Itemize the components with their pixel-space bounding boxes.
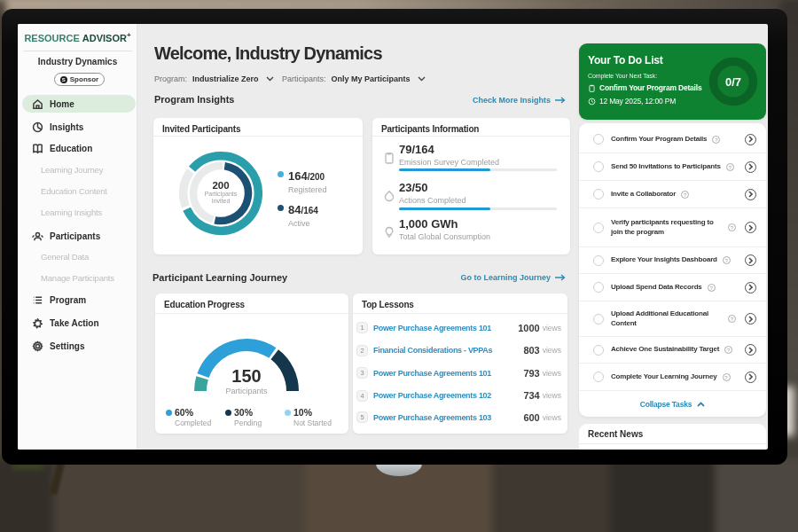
sidebar-item-home[interactable]: Home	[18, 95, 137, 113]
app-logo: RESOURCE ADVISOR+	[18, 31, 137, 43]
rank-badge: 1	[356, 322, 368, 333]
help-icon[interactable]: ?	[681, 191, 689, 199]
card-title: Education Progress	[164, 300, 245, 309]
invited-participants-card: Invited Participants 200 Participants In…	[153, 118, 363, 254]
task-chevron-button[interactable]	[745, 282, 756, 293]
task-chevron-button[interactable]	[745, 344, 756, 356]
task-checkbox[interactable]	[593, 134, 604, 145]
logo-advisor: ADVISOR+	[82, 33, 131, 43]
task-row-verify-participants[interactable]: Verify participants requesting to join t…	[579, 208, 766, 247]
background-desk-2	[53, 458, 319, 532]
task-row-explore-insights[interactable]: Explore Your Insights Dashboard ?	[579, 247, 766, 274]
actions-progress	[399, 207, 557, 211]
lesson-link[interactable]: Power Purchase Agreements 101	[373, 369, 491, 378]
task-row-invite-collaborator[interactable]: Invite a Collaborator ?	[579, 181, 766, 208]
task-chevron-button[interactable]	[745, 254, 756, 266]
task-chevron-button[interactable]	[745, 372, 756, 383]
lesson-link[interactable]: Power Purchase Agreements 101	[373, 324, 491, 332]
help-icon[interactable]: ?	[708, 284, 716, 292]
actions-completed-stat: 23/50 Actions Completed	[399, 182, 466, 205]
collapse-tasks-link[interactable]: Collapse Tasks	[579, 391, 766, 417]
task-checkbox[interactable]	[593, 255, 604, 266]
task-chevron-button[interactable]	[745, 222, 756, 233]
education-progress-card: Education Progress 150 Participants 60% …	[155, 293, 348, 434]
task-chevron-button[interactable]	[745, 161, 756, 173]
task-checkbox[interactable]	[593, 345, 604, 356]
go-to-learning-journey-link[interactable]: Go to Learning Journey	[460, 273, 566, 282]
lesson-link[interactable]: Power Purchase Agreements 102	[373, 391, 491, 400]
sidebar-item-insights[interactable]: Insights	[18, 118, 137, 136]
progress-fill	[399, 168, 490, 172]
dashboard-screen: RESOURCE ADVISOR+ Industry Dynamics S Sp…	[18, 24, 768, 450]
sidebar-item-program[interactable]: Program	[18, 292, 137, 309]
check-more-insights-link[interactable]: Check More Insights	[473, 96, 566, 105]
task-row-upload-spend-data[interactable]: Upload Spend Data Records ?	[579, 274, 766, 301]
task-checkbox[interactable]	[593, 189, 604, 200]
card-divider	[579, 443, 766, 444]
clock-icon	[588, 98, 596, 106]
task-chevron-button[interactable]	[745, 189, 756, 200]
sidebar-item-manage-participants[interactable]: Manage Participants	[18, 269, 137, 286]
task-checkbox[interactable]	[593, 372, 604, 382]
help-icon[interactable]: ?	[726, 163, 734, 171]
book-icon	[32, 143, 43, 154]
legend-dot	[166, 410, 172, 416]
gauge-center-text: 150 Participants	[188, 367, 305, 395]
lesson-row: 4 Power Purchase Agreements 102 734 view…	[353, 385, 567, 407]
program-filter[interactable]: Program: Industrialize Zero	[154, 73, 274, 84]
legend-active: 84/164 Active	[278, 201, 318, 228]
gear-icon	[32, 340, 43, 352]
sponsor-icon: S	[60, 76, 67, 83]
consumption-stat: 1,000 GWh Total Global Consumption	[399, 218, 490, 241]
todo-summary-card: Your To Do List Complete Your Next Task:…	[579, 43, 766, 120]
arrow-right-icon	[555, 274, 566, 281]
sidebar-item-take-action[interactable]: Take Action	[18, 314, 137, 332]
sidebar-item-education-content[interactable]: Education Content	[18, 182, 137, 200]
sidebar-item-learning-insights[interactable]: Learning Insights	[18, 204, 137, 222]
progress-fill	[399, 207, 490, 211]
lesson-link[interactable]: Financial Considerations - VPPAs	[373, 346, 492, 355]
rank-badge: 2	[356, 345, 368, 356]
rank-badge: 4	[356, 390, 368, 402]
list-icon	[32, 294, 43, 306]
card-title: Participants Information	[381, 124, 479, 134]
insights-icon	[32, 121, 43, 133]
legend-dot	[285, 410, 291, 416]
task-row-confirm-program[interactable]: Confirm Your Program Details ?	[579, 126, 766, 153]
legend-registered: 164/200 Registered	[278, 168, 327, 194]
task-row-complete-learning-journey[interactable]: Complete Your Learning Journey ?	[579, 364, 766, 391]
task-chevron-button[interactable]	[745, 313, 756, 325]
survey-icon	[383, 152, 395, 164]
sidebar-item-general-data[interactable]: General Data	[18, 248, 137, 266]
help-icon[interactable]: ?	[712, 136, 720, 144]
todo-due-date: 12 May 2025, 12:00 PM	[588, 97, 676, 106]
participants-filter[interactable]: Participants: Only My Participants	[282, 73, 426, 84]
task-row-achieve-target[interactable]: Achieve One Sustainability Target ?	[579, 337, 766, 364]
task-checkbox[interactable]	[593, 282, 604, 293]
task-row-upload-educational-content[interactable]: Upload Additional Educational Content ?	[579, 301, 766, 337]
legend-dot	[225, 410, 231, 416]
task-chevron-button[interactable]	[745, 134, 756, 145]
bulb-icon	[383, 226, 395, 239]
sidebar-item-education[interactable]: Education	[18, 139, 137, 157]
sponsor-badge[interactable]: S Sponsor	[54, 73, 105, 86]
learning-journey-heading: Participant Learning Journey	[153, 272, 287, 283]
card-divider	[155, 313, 348, 314]
help-icon[interactable]: ?	[724, 346, 732, 354]
task-checkbox[interactable]	[593, 223, 604, 233]
sidebar-item-participants[interactable]: Participants	[18, 227, 137, 245]
help-icon[interactable]: ?	[723, 373, 731, 381]
todo-subtitle: Complete Your Next Task:	[588, 73, 657, 79]
help-icon[interactable]: ?	[728, 223, 736, 231]
legend-dot	[278, 171, 284, 177]
sidebar-item-settings[interactable]: Settings	[18, 337, 137, 355]
help-icon[interactable]: ?	[723, 256, 731, 264]
task-row-send-invitations[interactable]: Send 50 Invitations to Participants ?	[579, 153, 766, 181]
task-checkbox[interactable]	[593, 161, 604, 172]
lesson-link[interactable]: Power Purchase Agreements 103	[373, 413, 491, 422]
sidebar-item-learning-journey[interactable]: Learning Journey	[18, 160, 137, 178]
take-action-icon	[32, 317, 43, 329]
task-checkbox[interactable]	[593, 314, 604, 325]
lesson-row: 1 Power Purchase Agreements 101 1000 vie…	[353, 317, 567, 339]
help-icon[interactable]: ?	[728, 315, 736, 323]
